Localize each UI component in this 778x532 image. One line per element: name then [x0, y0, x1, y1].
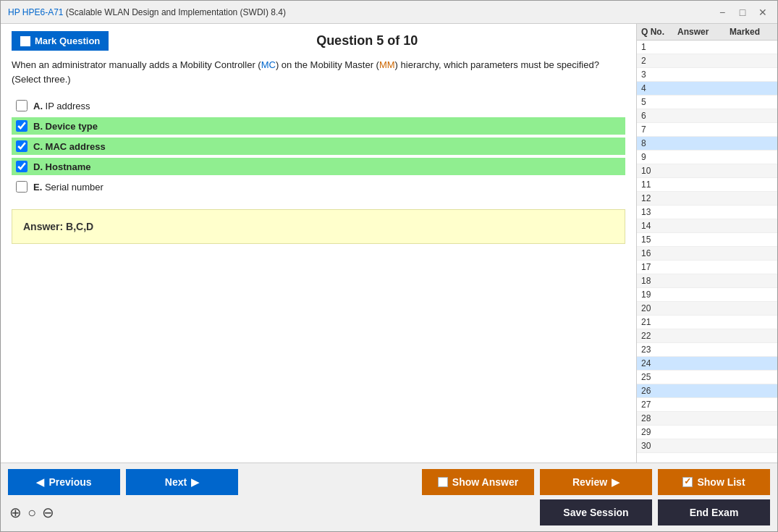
question-row[interactable]: 30 [637, 439, 777, 453]
row-marked [730, 193, 773, 203]
row-answer [677, 358, 730, 368]
option-a-checkbox[interactable] [16, 100, 28, 111]
question-row[interactable]: 23 [637, 343, 777, 357]
end-exam-button[interactable]: End Exam [658, 499, 770, 525]
row-qno: 29 [641, 427, 677, 437]
row-qno: 30 [641, 441, 677, 451]
question-row[interactable]: 13 [637, 206, 777, 219]
main-panel: Mark Question Question 5 of 10 When an a… [1, 24, 636, 463]
row-marked [730, 180, 773, 190]
mc-highlight: MC [261, 59, 276, 70]
show-list-button[interactable]: Show List [658, 469, 770, 495]
option-a-label[interactable]: A. IP address [33, 101, 90, 111]
row-qno: 17 [641, 262, 677, 272]
row-marked [730, 207, 773, 217]
question-row[interactable]: 20 [637, 302, 777, 316]
question-row[interactable]: 22 [637, 329, 777, 343]
title-bar-text: HP HPE6-A71 (Scalable WLAN Design and Im… [8, 7, 286, 17]
question-row[interactable]: 19 [637, 288, 777, 302]
row-marked [730, 124, 773, 135]
header-qno: Q No. [641, 27, 677, 37]
row-answer [677, 345, 730, 355]
next-button[interactable]: Next ▶ [126, 469, 238, 495]
row-answer [677, 193, 730, 203]
zoom-in-button[interactable]: ⊕ [8, 502, 23, 523]
show-answer-button[interactable]: Show Answer [422, 469, 534, 495]
review-label: Review [572, 476, 607, 488]
row-qno: 5 [641, 97, 677, 107]
question-row[interactable]: 11 [637, 178, 777, 192]
option-e-checkbox[interactable] [16, 181, 28, 193]
mark-question-button[interactable]: Mark Question [12, 31, 109, 51]
row-qno: 1 [641, 42, 677, 52]
row-qno: 9 [641, 152, 677, 162]
option-e-label[interactable]: E. Serial number [33, 182, 103, 193]
row-answer [677, 331, 730, 341]
side-panel-header: Q No. Answer Marked [637, 24, 777, 41]
question-row[interactable]: 7 [637, 123, 777, 137]
previous-label: Previous [48, 476, 91, 488]
question-row[interactable]: 28 [637, 412, 777, 426]
option-d-label[interactable]: D. Hostname [33, 161, 90, 172]
question-row[interactable]: 27 [637, 398, 777, 412]
row-answer [677, 97, 730, 107]
question-row[interactable]: 5 [637, 96, 777, 109]
question-row[interactable]: 26 [637, 384, 777, 398]
row-answer [677, 42, 730, 52]
nav-buttons-row: ◀ Previous Next ▶ Show Answer Review ▶ S… [8, 469, 770, 495]
previous-button[interactable]: ◀ Previous [8, 469, 120, 495]
question-row[interactable]: 1 [637, 41, 777, 54]
question-row[interactable]: 14 [637, 219, 777, 233]
zoom-out-button[interactable]: ⊖ [41, 502, 56, 523]
zoom-normal-button[interactable]: ○ [26, 503, 38, 523]
row-qno: 4 [641, 83, 677, 93]
question-row[interactable]: 2 [637, 54, 777, 68]
option-b-checkbox[interactable] [16, 120, 28, 132]
question-row[interactable]: 8 [637, 137, 777, 151]
row-qno: 12 [641, 193, 677, 203]
question-row[interactable]: 25 [637, 371, 777, 384]
show-list-label: Show List [697, 476, 745, 488]
question-row[interactable]: 18 [637, 274, 777, 288]
row-answer [677, 248, 730, 258]
question-row[interactable]: 12 [637, 192, 777, 206]
row-marked [730, 386, 773, 396]
option-b-label[interactable]: B. Device type [33, 121, 98, 132]
save-session-button[interactable]: Save Session [540, 499, 652, 525]
option-c-label[interactable]: C. MAC address [33, 141, 106, 152]
row-marked [730, 111, 773, 121]
row-answer [677, 166, 730, 176]
question-row[interactable]: 17 [637, 261, 777, 274]
minimize-button[interactable]: − [715, 5, 730, 20]
question-row[interactable]: 15 [637, 233, 777, 247]
row-marked [730, 69, 773, 80]
review-button[interactable]: Review ▶ [540, 469, 652, 495]
close-button[interactable]: ✕ [756, 5, 770, 20]
question-row[interactable]: 29 [637, 426, 777, 439]
question-row[interactable]: 9 [637, 151, 777, 164]
question-title: Question 5 of 10 [109, 33, 625, 48]
row-answer [677, 152, 730, 162]
question-row[interactable]: 21 [637, 316, 777, 329]
question-row[interactable]: 16 [637, 247, 777, 261]
row-answer [677, 262, 730, 272]
row-marked [730, 400, 773, 410]
question-row[interactable]: 4 [637, 82, 777, 96]
question-row[interactable]: 6 [637, 109, 777, 123]
question-row[interactable]: 24 [637, 357, 777, 371]
row-marked [730, 276, 773, 286]
maximize-button[interactable]: □ [735, 5, 750, 20]
option-d-checkbox[interactable] [16, 161, 28, 172]
prev-arrow-icon: ◀ [36, 476, 44, 488]
question-row[interactable]: 10 [637, 164, 777, 178]
question-text: When an administrator manually adds a Mo… [12, 58, 625, 86]
mark-checkbox-icon [20, 36, 30, 46]
show-answer-label: Show Answer [452, 476, 518, 488]
show-list-checkbox-icon [682, 477, 693, 487]
question-list[interactable]: 1 2 3 4 5 6 7 8 9 10 11 [637, 41, 777, 463]
mark-question-label: Mark Question [35, 35, 100, 46]
zoom-controls: ⊕ ○ ⊖ [8, 502, 56, 523]
row-marked [730, 290, 773, 300]
question-row[interactable]: 3 [637, 68, 777, 82]
option-c-checkbox[interactable] [16, 140, 28, 152]
